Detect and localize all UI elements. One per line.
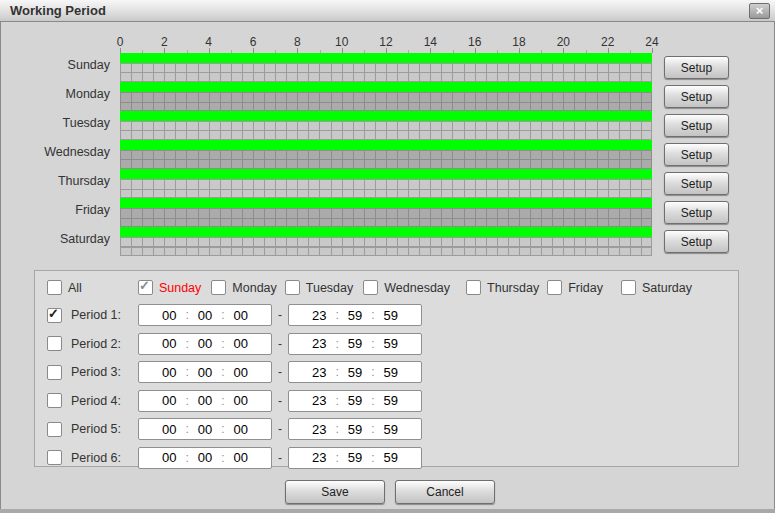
save-button[interactable]: Save	[285, 480, 385, 504]
day-timeline[interactable]	[120, 82, 652, 111]
timeline-grid[interactable]	[120, 208, 652, 227]
setup-button[interactable]: Setup	[664, 85, 729, 108]
active-period-bar[interactable]	[120, 53, 652, 63]
time-colon: :	[335, 337, 338, 351]
start-hour: 00	[162, 393, 176, 408]
time-colon: :	[371, 451, 374, 465]
day-checkbox[interactable]	[621, 280, 636, 295]
ruler-tick	[120, 48, 121, 53]
timeline-grid[interactable]	[120, 150, 652, 169]
period-label: Period 5:	[71, 422, 138, 436]
period-checkbox[interactable]	[47, 422, 62, 437]
period-checkbox[interactable]	[47, 365, 62, 380]
ruler-tick	[652, 48, 653, 53]
day-checkbox-group: Monday	[211, 280, 276, 295]
end-hour: 23	[312, 450, 326, 465]
setup-button[interactable]: Setup	[664, 201, 729, 224]
end-minute: 59	[348, 450, 362, 465]
day-timeline[interactable]	[120, 227, 652, 256]
day-timeline-row: Tuesday Setup	[0, 111, 775, 140]
period-row: Period 2: 00:00:00 - 23:59:59	[47, 333, 738, 355]
time-colon: :	[335, 422, 338, 436]
setup-button[interactable]: Setup	[664, 114, 729, 137]
period-start-time-input[interactable]: 00:00:00	[138, 447, 272, 469]
period-end-time-input[interactable]: 23:59:59	[288, 304, 422, 326]
all-checkbox[interactable]	[47, 280, 62, 295]
hour-label: 18	[512, 35, 525, 49]
ruler-tick	[253, 48, 254, 53]
timeline-grid[interactable]	[120, 179, 652, 198]
period-end-time-input[interactable]: 23:59:59	[288, 390, 422, 412]
period-end-time-input[interactable]: 23:59:59	[288, 447, 422, 469]
time-colon: :	[371, 394, 374, 408]
setup-button[interactable]: Setup	[664, 230, 729, 253]
hour-label: 2	[161, 35, 168, 49]
period-end-time-input[interactable]: 23:59:59	[288, 361, 422, 383]
setup-button[interactable]: Setup	[664, 56, 729, 79]
period-start-time-input[interactable]: 00:00:00	[138, 390, 272, 412]
check-icon: ✓	[48, 306, 59, 321]
time-colon: :	[221, 365, 224, 379]
start-minute: 00	[198, 450, 212, 465]
ruler-tick	[297, 48, 298, 53]
day-timeline[interactable]	[120, 140, 652, 169]
day-checkbox-label: Friday	[568, 281, 603, 295]
day-checkbox[interactable]	[466, 280, 481, 295]
period-start-time-input[interactable]: 00:00:00	[138, 418, 272, 440]
active-period-bar[interactable]	[120, 111, 652, 121]
period-start-time-input[interactable]: 00:00:00	[138, 333, 272, 355]
hour-label: 20	[557, 35, 570, 49]
period-start-time-input[interactable]: 00:00:00	[138, 361, 272, 383]
setup-button[interactable]: Setup	[664, 143, 729, 166]
time-colon: :	[185, 308, 188, 322]
dialog-bottom-edge	[0, 509, 775, 513]
period-checkbox[interactable]: ✓	[47, 308, 62, 323]
cancel-button[interactable]: Cancel	[395, 480, 495, 504]
check-icon: ✓	[139, 278, 150, 293]
day-timeline[interactable]	[120, 198, 652, 227]
period-label: Period 4:	[71, 394, 138, 408]
all-checkbox-label: All	[68, 281, 82, 295]
period-checkbox[interactable]	[47, 450, 62, 465]
day-checkbox[interactable]	[363, 280, 378, 295]
active-period-bar[interactable]	[120, 169, 652, 179]
start-hour: 00	[162, 336, 176, 351]
range-separator: -	[278, 337, 282, 351]
timeline-grid[interactable]	[120, 63, 652, 82]
period-label: Period 2:	[71, 337, 138, 351]
day-checkbox[interactable]: ✓	[138, 280, 153, 295]
start-minute: 00	[198, 336, 212, 351]
ruler-tick	[497, 50, 498, 53]
timeline-grid[interactable]	[120, 92, 652, 111]
period-checkbox[interactable]	[47, 393, 62, 408]
active-period-bar[interactable]	[120, 198, 652, 208]
day-checkbox[interactable]	[285, 280, 300, 295]
start-second: 00	[234, 450, 248, 465]
day-checkbox-label: Tuesday	[306, 281, 353, 295]
period-start-time-input[interactable]: 00:00:00	[138, 304, 272, 326]
period-end-time-input[interactable]: 23:59:59	[288, 333, 422, 355]
period-row: Period 3: 00:00:00 - 23:59:59	[47, 361, 738, 383]
active-period-bar[interactable]	[120, 82, 652, 92]
day-timeline[interactable]	[120, 169, 652, 198]
active-period-bar[interactable]	[120, 140, 652, 150]
period-end-time-input[interactable]: 23:59:59	[288, 418, 422, 440]
ruler-tick	[408, 50, 409, 53]
day-checkbox[interactable]	[211, 280, 226, 295]
end-minute: 59	[348, 336, 362, 351]
day-checkbox-group: Saturday	[621, 280, 692, 295]
timeline-grid[interactable]	[120, 121, 652, 140]
start-minute: 00	[198, 422, 212, 437]
active-period-bar[interactable]	[120, 227, 652, 237]
period-checkbox[interactable]	[47, 336, 62, 351]
day-checkbox[interactable]	[547, 280, 562, 295]
titlebar: Working Period ×	[0, 0, 775, 22]
close-icon[interactable]: ×	[749, 3, 770, 19]
timeline-grid[interactable]	[120, 237, 652, 256]
day-timeline[interactable]	[120, 53, 652, 82]
end-hour: 23	[312, 393, 326, 408]
time-colon: :	[185, 394, 188, 408]
setup-button[interactable]: Setup	[664, 172, 729, 195]
day-timeline[interactable]	[120, 111, 652, 140]
start-minute: 00	[198, 365, 212, 380]
